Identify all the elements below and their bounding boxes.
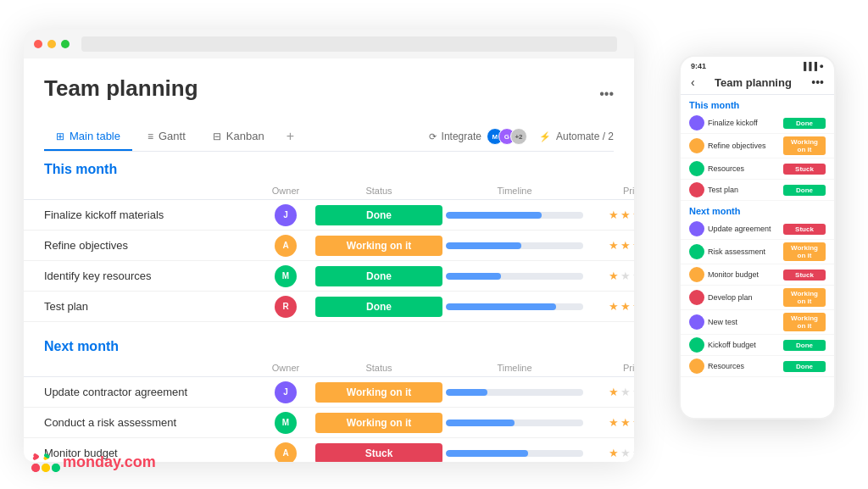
star-3: ★ bbox=[632, 239, 634, 252]
row-timeline bbox=[442, 242, 587, 249]
list-item[interactable]: New test Working on it bbox=[681, 310, 834, 335]
mobile-status-badge: Done bbox=[783, 340, 826, 351]
row-status: Done bbox=[315, 266, 442, 286]
status-badge: Stuck bbox=[315, 443, 442, 463]
tab-gantt[interactable]: ≡ Gantt bbox=[136, 123, 198, 151]
row-timeline bbox=[442, 389, 587, 396]
mobile-row-name: Refine objectives bbox=[708, 142, 766, 150]
tab-gantt-label: Gantt bbox=[159, 130, 186, 142]
list-item[interactable]: Develop plan Working on it bbox=[681, 286, 834, 310]
star-2: ★ bbox=[620, 447, 631, 459]
table-row[interactable]: Refine objectives A Working on it ★ ★ ★ … bbox=[24, 231, 634, 261]
star-3: ★ bbox=[632, 208, 634, 221]
row-task-name: Refine objectives bbox=[44, 232, 256, 258]
status-badge: Done bbox=[315, 205, 442, 225]
col-name bbox=[44, 363, 256, 373]
expand-dot bbox=[61, 40, 70, 48]
col-status: Status bbox=[315, 363, 442, 373]
integrate-button[interactable]: ⟳ Integrate M G +2 bbox=[429, 128, 527, 145]
star-2: ★ bbox=[620, 300, 631, 313]
table-row[interactable]: Conduct a risk assessment M Working on i… bbox=[24, 408, 634, 438]
list-item[interactable]: Finalize kickoff Done bbox=[681, 113, 834, 134]
col-headers-this-month: Owner Status Timeline Priority + bbox=[24, 182, 634, 200]
star-1: ★ bbox=[609, 416, 619, 429]
tab-bar: ⊞ Main table ≡ Gantt ⊟ Kanban + ⟳ Integr… bbox=[44, 122, 614, 152]
tab-kanban-label: Kanban bbox=[226, 130, 264, 142]
row-owner: A bbox=[256, 235, 315, 257]
list-item[interactable]: Monitor budget Stuck bbox=[681, 264, 834, 286]
avatar-stack: M G +2 bbox=[487, 128, 527, 145]
tab-kanban[interactable]: ⊟ Kanban bbox=[201, 123, 276, 151]
list-item[interactable]: Refine objectives Working on it bbox=[681, 134, 834, 158]
mobile-next-month-title: Next month bbox=[681, 201, 834, 219]
monday-brand-name: monday bbox=[63, 453, 120, 470]
row-timeline bbox=[442, 303, 587, 310]
status-badge: Working on it bbox=[315, 382, 442, 403]
mobile-avatar bbox=[689, 314, 704, 330]
monday-m-icon bbox=[31, 450, 61, 474]
avatar: A bbox=[275, 442, 297, 463]
mobile-avatar bbox=[689, 290, 704, 305]
list-item[interactable]: Kickoff budget Done bbox=[681, 335, 834, 356]
next-month-header: Next month bbox=[24, 329, 634, 359]
star-3: ★ bbox=[632, 270, 634, 282]
mobile-row-name: Resources bbox=[708, 164, 744, 173]
tab-main-table[interactable]: ⊞ Main table bbox=[44, 123, 132, 151]
timeline-track bbox=[446, 389, 583, 396]
mobile-row-name: Resources bbox=[708, 362, 744, 370]
list-item[interactable]: Update agreement Stuck bbox=[681, 219, 834, 240]
mobile-avatar bbox=[689, 138, 704, 153]
close-dot bbox=[34, 40, 42, 48]
col-timeline: Timeline bbox=[442, 363, 587, 373]
mobile-avatar bbox=[689, 337, 704, 353]
row-priority: ★ ★ ★ ★ ★ bbox=[587, 270, 634, 282]
row-status: Done bbox=[315, 205, 442, 225]
list-item[interactable]: Resources Done bbox=[681, 356, 834, 377]
avatar: M bbox=[275, 412, 297, 434]
automate-button[interactable]: ⚡ Automate / 2 bbox=[539, 131, 614, 142]
mobile-avatar bbox=[689, 358, 704, 374]
monday-brand-text: monday.com bbox=[63, 453, 156, 471]
kanban-icon: ⊟ bbox=[213, 131, 221, 142]
row-owner: J bbox=[256, 204, 315, 226]
panel-more-button[interactable]: ••• bbox=[599, 86, 614, 102]
table-row[interactable]: Finalize kickoff materials J Done ★ ★ ★ … bbox=[24, 200, 634, 231]
mobile-status-badge: Stuck bbox=[783, 224, 826, 235]
svg-point-4 bbox=[42, 464, 50, 472]
status-badge: Working on it bbox=[315, 413, 442, 433]
table-area[interactable]: This month Owner Status Timeline Priorit… bbox=[24, 152, 634, 462]
mobile-status-bar: 9:41 ▐▐▐ ● bbox=[681, 57, 834, 73]
timeline-fill bbox=[446, 303, 556, 310]
mobile-nav: ‹ Team planning ••• bbox=[681, 73, 834, 95]
mobile-row-name: New test bbox=[708, 318, 737, 326]
svg-point-5 bbox=[52, 464, 60, 472]
automate-icon: ⚡ bbox=[539, 131, 551, 142]
star-2: ★ bbox=[620, 239, 631, 252]
star-1: ★ bbox=[609, 386, 619, 398]
status-badge: Done bbox=[315, 297, 442, 317]
star-1: ★ bbox=[609, 208, 619, 221]
list-item[interactable]: Test plan Done bbox=[681, 180, 834, 201]
table-row[interactable]: Update contractor agreement J Working on… bbox=[24, 377, 634, 408]
avatar-count: +2 bbox=[510, 128, 527, 145]
list-item[interactable]: Risk assessment Working on it bbox=[681, 240, 834, 264]
monday-logo: monday.com bbox=[31, 450, 156, 474]
mobile-signal: ▐▐▐ ● bbox=[801, 62, 824, 70]
status-badge: Done bbox=[315, 266, 442, 286]
add-tab-button[interactable]: + bbox=[280, 122, 301, 151]
table-row[interactable]: Test plan R Done ★ ★ ★ ★ ★ bbox=[24, 292, 634, 322]
star-3: ★ bbox=[632, 300, 634, 313]
col-status: Status bbox=[315, 186, 442, 196]
timeline-track bbox=[446, 420, 583, 426]
tab-main-label: Main table bbox=[70, 130, 120, 142]
back-button[interactable]: ‹ bbox=[691, 75, 695, 89]
mobile-more-button[interactable]: ••• bbox=[811, 75, 824, 89]
row-owner: M bbox=[256, 412, 315, 434]
avatar: R bbox=[275, 296, 297, 318]
table-row[interactable]: Identify key resources M Done ★ ★ ★ ★ bbox=[24, 261, 634, 292]
star-2: ★ bbox=[620, 386, 631, 398]
timeline-track bbox=[446, 450, 583, 457]
row-status: Working on it bbox=[315, 382, 442, 403]
mobile-status-badge: Working on it bbox=[783, 313, 826, 331]
list-item[interactable]: Resources Stuck bbox=[681, 158, 834, 180]
